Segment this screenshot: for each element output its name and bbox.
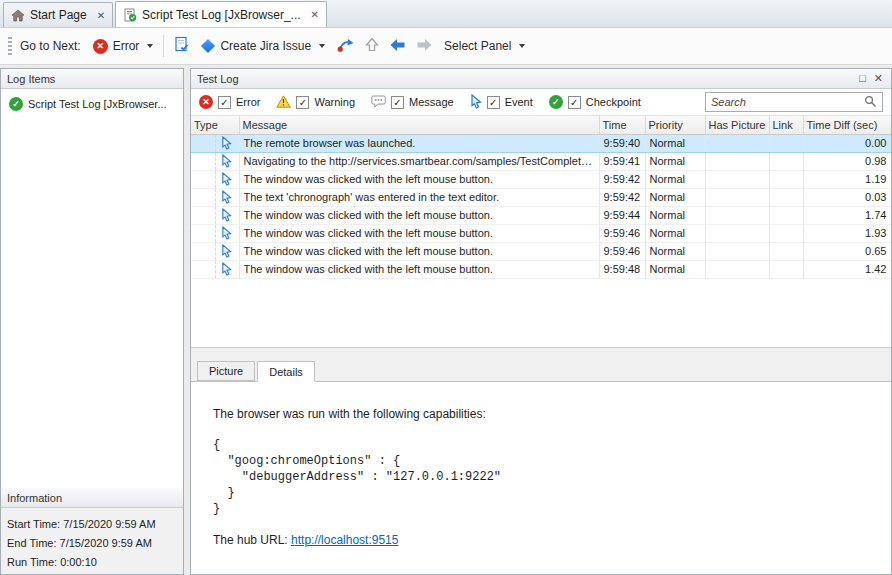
filter-label: Message <box>409 96 454 108</box>
row-priority-cell: Normal <box>645 260 705 278</box>
row-time-diff-cell: 1.74 <box>803 206 891 224</box>
row-time-cell: 9:59:46 <box>599 224 645 242</box>
event-icon <box>470 94 482 111</box>
forward-button[interactable] <box>411 34 438 59</box>
search-placeholder: Search <box>711 96 864 108</box>
row-link-cell <box>769 188 803 206</box>
horizontal-splitter[interactable] <box>191 348 891 360</box>
row-time-cell: 9:59:44 <box>599 206 645 224</box>
filter-checkpoint[interactable]: Checkpoint <box>549 95 641 109</box>
log-row[interactable]: The window was clicked with the left mou… <box>191 206 891 224</box>
toolbar: Go to Next: Error Create Jira Issue <box>0 28 892 65</box>
create-jira-issue-button[interactable]: Create Jira Issue <box>195 35 331 57</box>
tab-picture[interactable]: Picture <box>197 361 255 381</box>
row-link-cell <box>769 170 803 188</box>
row-has-picture-cell <box>705 188 769 206</box>
tab-script-test-log[interactable]: Script Test Log [JxBrowser_... <box>115 1 327 27</box>
row-message-cell: Navigating to the http://services.smartb… <box>239 152 599 170</box>
create-jira-label: Create Jira Issue <box>220 39 311 53</box>
log-row[interactable]: The window was clicked with the left mou… <box>191 224 891 242</box>
log-items-header: Log Items <box>1 69 183 89</box>
filter-label: Error <box>236 96 260 108</box>
select-panel-button[interactable]: Select Panel <box>438 35 531 57</box>
row-message-cell: The text 'chronograph' was entered in th… <box>239 188 599 206</box>
toolbar-grip[interactable] <box>8 37 12 55</box>
column-header-time[interactable]: Time <box>599 116 645 134</box>
details-tabbar: Picture Details <box>191 360 891 381</box>
row-time-diff-cell: 1.19 <box>803 170 891 188</box>
row-time-diff-cell: 0.98 <box>803 152 891 170</box>
column-header-time-diff[interactable]: Time Diff (sec) <box>803 116 891 134</box>
tab-start-page[interactable]: Start Page <box>3 2 113 27</box>
filter-event[interactable]: Event <box>470 94 533 111</box>
log-row[interactable]: Navigating to the http://services.smartb… <box>191 152 891 170</box>
row-time-diff-cell: 0.65 <box>803 242 891 260</box>
row-link-cell <box>769 152 803 170</box>
column-header-has-picture[interactable]: Has Picture <box>705 116 769 134</box>
close-icon[interactable] <box>311 9 319 20</box>
warning-checkbox[interactable] <box>296 96 309 109</box>
close-icon[interactable] <box>97 10 105 21</box>
back-button[interactable] <box>384 34 411 59</box>
chevron-down-icon <box>319 44 325 48</box>
log-table-body: The remote browser was launched. 9:59:40… <box>191 134 891 278</box>
row-message-cell: The remote browser was launched. <box>239 134 599 152</box>
row-time-cell: 9:59:41 <box>599 152 645 170</box>
checkpoint-checkbox[interactable] <box>568 96 581 109</box>
filter-error[interactable]: Error <box>199 95 260 109</box>
row-type-cell <box>191 224 239 242</box>
row-has-picture-cell <box>705 242 769 260</box>
row-message-cell: The window was clicked with the left mou… <box>239 224 599 242</box>
filter-warning[interactable]: Warning <box>276 95 355 110</box>
jump-to-run-button[interactable] <box>331 33 360 60</box>
column-header-message[interactable]: Message <box>239 116 599 134</box>
filter-label: Warning <box>314 96 355 108</box>
log-row[interactable]: The text 'chronograph' was entered in th… <box>191 188 891 206</box>
hub-url-line: The hub URL: http://localhost:9515 <box>213 533 881 547</box>
log-row[interactable]: The window was clicked with the left mou… <box>191 170 891 188</box>
go-up-button[interactable] <box>360 33 384 59</box>
event-checkbox[interactable] <box>487 96 500 109</box>
log-row[interactable]: The window was clicked with the left mou… <box>191 260 891 278</box>
filter-message[interactable]: Message <box>371 95 454 110</box>
log-row[interactable]: The remote browser was launched. 9:59:40… <box>191 134 891 152</box>
row-has-picture-cell <box>705 152 769 170</box>
hub-url-label: The hub URL: <box>213 533 291 547</box>
column-header-link[interactable]: Link <box>769 116 803 134</box>
jump-to-run-icon <box>336 37 355 56</box>
tree-item-script-test-log[interactable]: Script Test Log [JxBrowser... <box>1 95 183 113</box>
event-icon <box>221 244 232 256</box>
information-line: End Time: 7/15/2020 9:59 AM <box>7 534 177 553</box>
log-row[interactable]: The window was clicked with the left mou… <box>191 242 891 260</box>
search-input[interactable]: Search <box>705 92 883 112</box>
column-header-priority[interactable]: Priority <box>645 116 705 134</box>
tab-details[interactable]: Details <box>257 361 315 382</box>
row-priority-cell: Normal <box>645 206 705 224</box>
select-panel-label: Select Panel <box>444 39 511 53</box>
details-intro: The browser was run with the following c… <box>213 407 881 421</box>
error-icon <box>93 39 108 54</box>
event-icon <box>221 154 232 166</box>
arrow-up-icon <box>365 37 379 55</box>
row-link-cell <box>769 260 803 278</box>
row-link-cell <box>769 224 803 242</box>
information-line: Start Time: 7/15/2020 9:59 AM <box>7 515 177 534</box>
error-checkbox[interactable] <box>218 96 231 109</box>
row-time-cell: 9:59:40 <box>599 134 645 152</box>
post-results-button[interactable] <box>168 32 195 60</box>
chevron-down-icon <box>147 44 153 48</box>
row-message-cell: The window was clicked with the left mou… <box>239 206 599 224</box>
message-checkbox[interactable] <box>391 96 404 109</box>
event-icon <box>221 172 232 184</box>
row-link-cell <box>769 134 803 152</box>
tree-item-label: Script Test Log [JxBrowser... <box>28 98 167 110</box>
row-time-cell: 9:59:42 <box>599 188 645 206</box>
column-header-type[interactable]: Type <box>191 116 239 134</box>
chevron-down-icon <box>519 44 525 48</box>
document-tabbar: Start Page Script Test Log [JxBrowser_..… <box>0 0 892 28</box>
hub-url-link[interactable]: http://localhost:9515 <box>291 533 398 547</box>
close-icon[interactable]: ✕ <box>874 72 883 85</box>
maximize-icon[interactable]: □ <box>859 72 866 85</box>
go-to-next-error-button[interactable]: Error <box>87 35 160 58</box>
row-type-cell <box>191 260 239 278</box>
